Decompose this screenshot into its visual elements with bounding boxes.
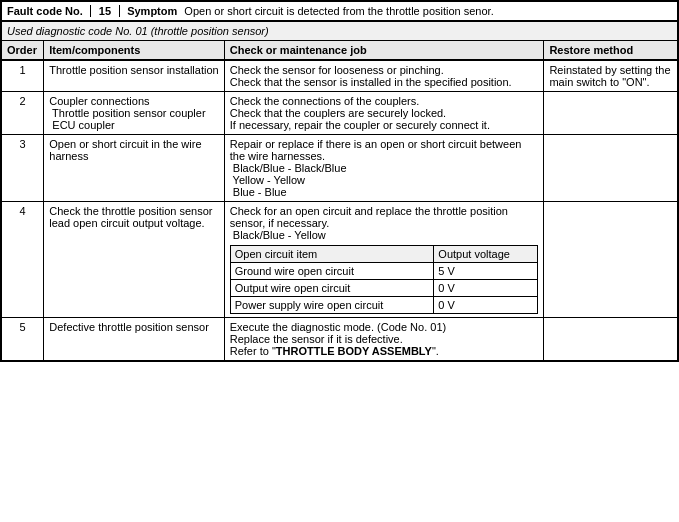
col-item-header: Item/components — [44, 41, 224, 61]
inner-col-voltage-header: Output voltage — [434, 246, 538, 263]
row-4-order: 4 — [1, 202, 44, 318]
row-3-check: Repair or replace if there is an open or… — [224, 135, 544, 202]
row-4-check: Check for an open circuit and replace th… — [224, 202, 544, 318]
inner-table-row: Ground wire open circuit 5 V — [230, 263, 538, 280]
inner-row-3-voltage: 0 V — [434, 297, 538, 314]
inner-row-2-item: Output wire open circuit — [230, 280, 434, 297]
table-row: 5 Defective throttle position sensor Exe… — [1, 318, 678, 362]
inner-col-open-header: Open circuit item — [230, 246, 434, 263]
row-1-restore: Reinstated by setting the main switch to… — [544, 60, 678, 92]
inner-row-2-voltage: 0 V — [434, 280, 538, 297]
main-table: Fault code No. 15 Symptom Open or short … — [0, 0, 679, 362]
fault-code-label: Fault code No. — [7, 5, 83, 17]
table-row: 1 Throttle position sensor installation … — [1, 60, 678, 92]
inner-table-row: Power supply wire open circuit 0 V — [230, 297, 538, 314]
inner-table-header-row: Open circuit item Output voltage — [230, 246, 538, 263]
fault-code-header-cell: Fault code No. 15 Symptom Open or short … — [1, 1, 678, 21]
inner-row-3-item: Power supply wire open circuit — [230, 297, 434, 314]
inner-row-1-voltage: 5 V — [434, 263, 538, 280]
col-restore-header: Restore method — [544, 41, 678, 61]
symptom-label: Symptom — [127, 5, 177, 17]
row-3-item: Open or short circuit in the wire harnes… — [44, 135, 224, 202]
row-5-item: Defective throttle position sensor — [44, 318, 224, 362]
row-4-item: Check the throttle position sensor lead … — [44, 202, 224, 318]
col-order-header: Order — [1, 41, 44, 61]
row-2-check: Check the connections of the couplers.Ch… — [224, 92, 544, 135]
fault-code-row: Fault code No. 15 Symptom Open or short … — [1, 1, 678, 21]
row-4-inner-table: Open circuit item Output voltage Ground … — [230, 245, 539, 314]
row-5-restore — [544, 318, 678, 362]
row-1-check: Check the sensor for looseness or pinchi… — [224, 60, 544, 92]
row-5-check: Execute the diagnostic mode. (Code No. 0… — [224, 318, 544, 362]
symptom-text: Open or short circuit is detected from t… — [184, 5, 493, 17]
row-1-order: 1 — [1, 60, 44, 92]
fault-code-number: 15 — [90, 5, 120, 17]
row-5-order: 5 — [1, 318, 44, 362]
col-check-header: Check or maintenance job — [224, 41, 544, 61]
row-2-item: Coupler connections Throttle position se… — [44, 92, 224, 135]
table-row: 2 Coupler connections Throttle position … — [1, 92, 678, 135]
row-1-item: Throttle position sensor installation — [44, 60, 224, 92]
column-headers-row: Order Item/components Check or maintenan… — [1, 41, 678, 61]
used-diag-cell: Used diagnostic code No. 01 (throttle po… — [1, 21, 678, 41]
table-row: 3 Open or short circuit in the wire harn… — [1, 135, 678, 202]
used-diag-row: Used diagnostic code No. 01 (throttle po… — [1, 21, 678, 41]
row-2-order: 2 — [1, 92, 44, 135]
row-4-check-main: Check for an open circuit and replace th… — [230, 205, 539, 241]
table-row: 4 Check the throttle position sensor lea… — [1, 202, 678, 318]
inner-row-1-item: Ground wire open circuit — [230, 263, 434, 280]
row-2-restore — [544, 92, 678, 135]
inner-table-row: Output wire open circuit 0 V — [230, 280, 538, 297]
row-4-restore — [544, 202, 678, 318]
row-3-restore — [544, 135, 678, 202]
row-3-order: 3 — [1, 135, 44, 202]
